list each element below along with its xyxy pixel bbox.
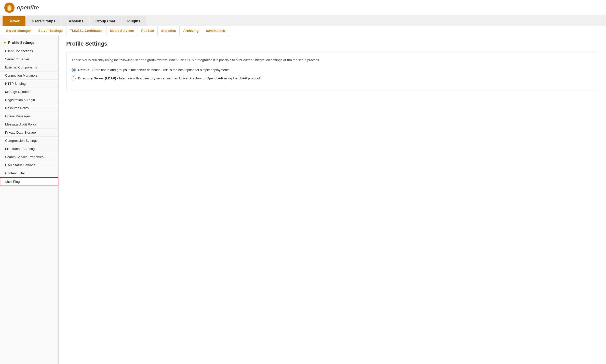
sidebar-item-http-binding[interactable]: HTTP Binding bbox=[0, 80, 58, 88]
sidebar-item-offline-messages[interactable]: Offline Messages bbox=[0, 112, 58, 120]
sidebar-item-content-filter[interactable]: Content Filter bbox=[0, 169, 58, 177]
header: openfire bbox=[0, 0, 606, 15]
nav-tab-sessions[interactable]: Sessions bbox=[62, 16, 89, 26]
sidebar: ► Profile Settings Client Connections Se… bbox=[0, 35, 59, 364]
radio-default-rest: - Store users and groups in the server d… bbox=[89, 68, 230, 72]
sidebar-item-server-to-server[interactable]: Server to Server bbox=[0, 55, 58, 63]
sidebar-item-client-connections[interactable]: Client Connections bbox=[0, 47, 58, 55]
main-nav: Server Users/Groups Sessions Group Chat … bbox=[0, 15, 606, 26]
logo-text: openfire bbox=[17, 4, 39, 11]
radio-ldap[interactable] bbox=[72, 76, 76, 80]
sidebar-item-file-transfer-settings[interactable]: File Transfer Settings bbox=[0, 145, 58, 153]
sidebar-item-registration-login[interactable]: Registration & Login bbox=[0, 96, 58, 104]
layout: ► Profile Settings Client Connections Se… bbox=[0, 35, 606, 364]
radio-ldap-rest: - Integrate with a directory server such… bbox=[116, 76, 261, 80]
sidebar-item-external-components[interactable]: External Components bbox=[0, 63, 58, 72]
sidebar-item-user-status-settings[interactable]: User Status Settings bbox=[0, 161, 58, 169]
logo: openfire bbox=[4, 2, 39, 13]
radio-default-bold: Default bbox=[78, 68, 89, 72]
profile-settings-box: The server is currently using the follow… bbox=[66, 52, 598, 90]
nav-tab-plugins[interactable]: Plugins bbox=[122, 16, 146, 26]
sidebar-item-compression-settings[interactable]: Compression Settings bbox=[0, 137, 58, 145]
sub-nav-media-services[interactable]: Media Services bbox=[106, 26, 138, 35]
radio-default-label[interactable]: Default - Store users and groups in the … bbox=[78, 67, 230, 73]
sub-nav-archiving[interactable]: Archiving bbox=[180, 26, 202, 35]
sub-nav-statistics[interactable]: Statistics bbox=[158, 26, 180, 35]
sidebar-item-connection-managers[interactable]: Connection Managers bbox=[0, 72, 58, 80]
sidebar-item-shell-plugin[interactable]: shell Plugin bbox=[0, 177, 58, 186]
openfire-logo-icon bbox=[4, 2, 15, 13]
sub-nav-tls-ssl[interactable]: TLS/SSL Certificates bbox=[66, 26, 106, 35]
sidebar-item-message-audit-policy[interactable]: Message Audit Policy bbox=[0, 120, 58, 129]
svg-point-3 bbox=[8, 5, 11, 8]
description-text: The server is currently using the follow… bbox=[72, 58, 593, 63]
sub-nav: Server Manager Server Settings TLS/SSL C… bbox=[0, 26, 606, 35]
nav-tab-server[interactable]: Server bbox=[3, 16, 25, 26]
sidebar-arrow-icon: ► bbox=[4, 41, 7, 44]
sidebar-item-resource-policy[interactable]: Resource Policy bbox=[0, 104, 58, 112]
sub-nav-admin-sideb[interactable]: admin.sideb bbox=[202, 26, 229, 35]
main-content: Profile Settings The server is currently… bbox=[59, 35, 606, 364]
sidebar-item-search-service-properties[interactable]: Search Service Properties bbox=[0, 153, 58, 161]
nav-tab-group-chat[interactable]: Group Chat bbox=[90, 16, 121, 26]
radio-option-default: Default - Store users and groups in the … bbox=[72, 67, 593, 73]
radio-ldap-bold: Directory Server (LDAP) bbox=[78, 76, 116, 80]
sub-nav-pubsub[interactable]: PubSub bbox=[138, 26, 158, 35]
sub-nav-server-manager[interactable]: Server Manager bbox=[3, 26, 35, 35]
page-title: Profile Settings bbox=[66, 40, 598, 47]
nav-tab-users-groups[interactable]: Users/Groups bbox=[26, 16, 61, 26]
radio-default[interactable] bbox=[72, 68, 76, 72]
radio-option-ldap: Directory Server (LDAP) - Integrate with… bbox=[72, 76, 593, 81]
sub-nav-server-settings[interactable]: Server Settings bbox=[35, 26, 66, 35]
sidebar-section-title: Profile Settings bbox=[8, 40, 34, 45]
sidebar-section-header[interactable]: ► Profile Settings bbox=[0, 38, 58, 47]
sidebar-item-private-data-storage[interactable]: Private Data Storage bbox=[0, 129, 58, 137]
radio-ldap-label[interactable]: Directory Server (LDAP) - Integrate with… bbox=[78, 76, 261, 81]
sidebar-item-manage-updates[interactable]: Manage Updates bbox=[0, 88, 58, 96]
